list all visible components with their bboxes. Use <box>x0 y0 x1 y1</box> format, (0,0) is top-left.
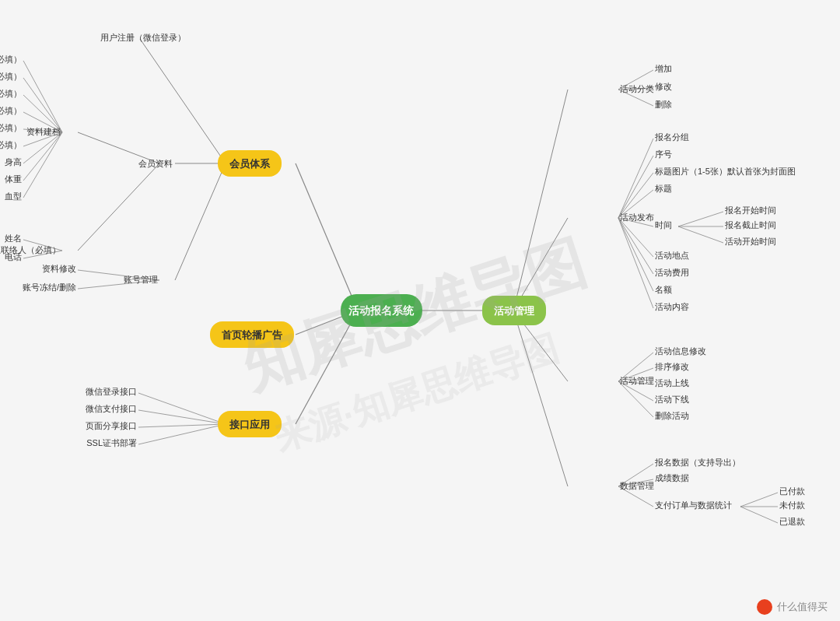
label-refunded: 已退款 <box>779 517 805 526</box>
label-cover-img: 标题图片（1-5张）默认首张为封面图 <box>654 167 796 176</box>
label-account-mgmt: 账号管理 <box>124 275 158 284</box>
footer-logo <box>757 599 772 615</box>
label-activity-category: 活动分类 <box>620 84 654 93</box>
label-member-info: 会员资料 <box>138 159 173 168</box>
label-interface: 接口应用 <box>229 419 270 430</box>
label-quota: 名额 <box>655 285 672 294</box>
label-blood: 血型 <box>5 191 22 201</box>
label-seq: 序号 <box>655 149 672 159</box>
label-del-activity: 删除活动 <box>655 411 689 420</box>
label-ec-phone: 电话 <box>5 252 22 261</box>
label-id-card: 身份证号（必填） <box>0 123 22 132</box>
label-gender: 性别（必填） <box>0 72 22 81</box>
mindmap-svg: 活动报名系统 会员体系 首页轮播广告 接口应用 活动管理 用户注册（微信登录） … <box>0 0 840 621</box>
label-reorder: 排序修改 <box>655 362 689 371</box>
label-activity-publish: 活动发布 <box>620 212 654 222</box>
label-payment-stats: 支付订单与数据统计 <box>655 500 732 510</box>
label-fee: 活动费用 <box>655 268 689 277</box>
label-clothes: 衣服尺码（必填） <box>0 140 22 149</box>
label-age: 年龄（必填） <box>0 89 22 98</box>
footer: 什么值得买 <box>757 599 828 615</box>
canvas: 活动报名系统 会员体系 首页轮播广告 接口应用 活动管理 用户注册（微信登录） … <box>0 0 840 621</box>
label-content: 活动内容 <box>655 302 689 311</box>
label-info-edit: 活动信息修改 <box>655 346 706 356</box>
label-phone: 手机（必填） <box>0 106 22 115</box>
label-membership: 会员体系 <box>229 158 271 170</box>
label-add: 增加 <box>654 64 672 73</box>
label-reg-start: 报名开始时间 <box>724 205 776 215</box>
label-reg-end: 报名截止时间 <box>724 220 776 230</box>
label-name: 姓名（必填） <box>0 54 22 64</box>
label-location: 活动地点 <box>655 251 689 260</box>
label-paid: 已付款 <box>779 486 805 496</box>
label-edit: 修改 <box>655 82 672 91</box>
label-profile-edit: 资料修改 <box>42 264 76 273</box>
label-data-mgmt: 数据管理 <box>620 481 654 490</box>
label-ssl: SSL证书部署 <box>86 438 137 447</box>
label-profile: 资料建档 <box>26 127 61 136</box>
label-height: 身高 <box>5 157 22 167</box>
label-share: 页面分享接口 <box>86 421 137 430</box>
label-title: 标题 <box>654 184 672 193</box>
label-account-freeze: 账号冻结/删除 <box>23 282 76 292</box>
label-event-start: 活动开始时间 <box>725 237 776 246</box>
label-wechat-register: 用户注册（微信登录） <box>100 33 186 42</box>
label-wx-login: 微信登录接口 <box>86 387 137 396</box>
label-activity-admin: 活动管理 <box>620 376 654 385</box>
label-delete: 删除 <box>655 100 672 109</box>
label-ec-name: 姓名 <box>5 233 22 243</box>
label-weight: 体重 <box>5 174 22 184</box>
label-reg-data: 报名数据（支持导出） <box>654 458 740 467</box>
label-score-data: 成绩数据 <box>655 473 689 482</box>
label-offline: 活动下线 <box>655 395 689 404</box>
label-group: 报名分组 <box>654 132 689 142</box>
label-online: 活动上线 <box>655 378 689 388</box>
label-unpaid: 未付款 <box>779 500 805 510</box>
footer-text: 什么值得买 <box>777 600 828 614</box>
label-wx-pay: 微信支付接口 <box>86 404 137 413</box>
label-time: 时间 <box>655 220 672 230</box>
